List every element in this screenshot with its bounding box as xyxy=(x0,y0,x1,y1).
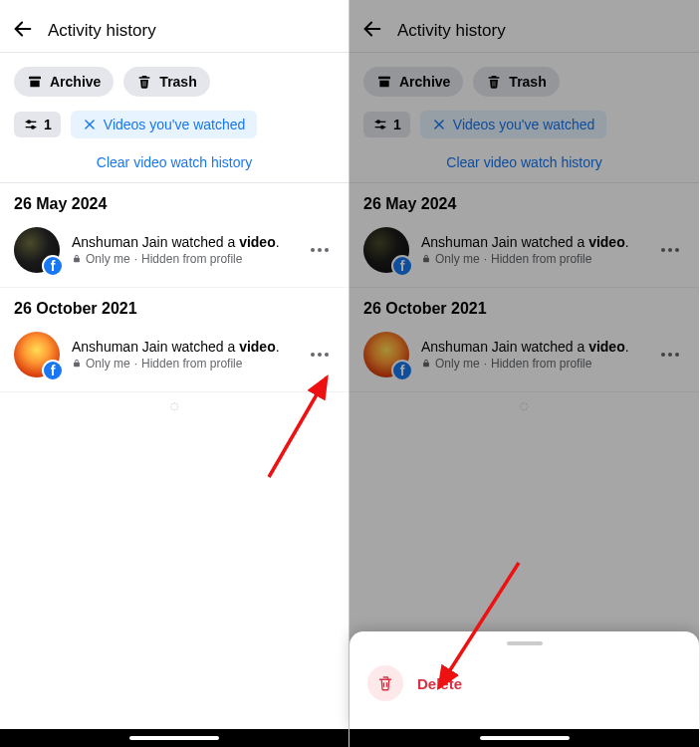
activity-entry: f Anshuman Jain watched a video. Only me… xyxy=(350,221,699,288)
action-row: Archive Trash xyxy=(350,53,699,111)
date-header: 26 October 2021 xyxy=(0,288,349,326)
close-icon xyxy=(432,118,446,131)
more-options-button[interactable] xyxy=(655,235,685,265)
back-arrow-icon[interactable] xyxy=(12,18,34,44)
delete-action[interactable]: Delete xyxy=(350,655,699,711)
thumbnail-wrap[interactable]: f xyxy=(14,332,60,377)
entry-text: Anshuman Jain watched a video. Only me·H… xyxy=(72,339,293,371)
svg-point-9 xyxy=(318,248,322,252)
svg-point-13 xyxy=(325,353,329,357)
home-indicator xyxy=(480,736,570,740)
svg-point-18 xyxy=(377,121,380,124)
entry-privacy: Only me·Hidden from profile xyxy=(421,357,643,371)
back-arrow-icon[interactable] xyxy=(361,18,383,44)
activity-entry: f Anshuman Jain watched a video. Only me… xyxy=(0,221,349,288)
svg-point-5 xyxy=(32,125,35,128)
facebook-badge-icon: f xyxy=(391,360,413,381)
archive-label: Archive xyxy=(50,74,101,90)
clear-history-link[interactable]: Clear video watch history xyxy=(0,148,349,183)
filter-row: 1 Videos you've watched xyxy=(350,111,699,148)
date-header: 26 October 2021 xyxy=(350,288,699,326)
entry-privacy: Only me·Hidden from profile xyxy=(421,252,643,266)
activity-entry: f Anshuman Jain watched a video. Only me… xyxy=(0,326,349,392)
filter-count-chip[interactable]: 1 xyxy=(363,112,410,137)
svg-point-25 xyxy=(675,248,679,252)
more-options-button[interactable] xyxy=(655,340,685,370)
filter-count-chip[interactable]: 1 xyxy=(14,112,61,137)
more-horizontal-icon xyxy=(661,248,679,252)
activity-entry: f Anshuman Jain watched a video. Only me… xyxy=(350,326,699,392)
filter-videos-watched[interactable]: Videos you've watched xyxy=(71,111,258,138)
filter-count-value: 1 xyxy=(44,117,52,132)
svg-point-20 xyxy=(381,125,384,128)
page-title: Activity history xyxy=(48,21,156,41)
trash-button[interactable]: Trash xyxy=(473,67,559,97)
lock-icon xyxy=(72,359,82,369)
screen-left: Activity history Archive Trash 1 xyxy=(0,0,350,747)
sheet-handle[interactable] xyxy=(507,641,543,645)
trash-label: Trash xyxy=(159,74,196,90)
svg-point-23 xyxy=(661,248,665,252)
content-area: Archive Trash 1 Videos you've watched Cl… xyxy=(0,53,349,747)
filter-videos-watched[interactable]: Videos you've watched xyxy=(420,111,607,138)
entry-description: Anshuman Jain watched a video. xyxy=(72,339,293,355)
sliders-icon xyxy=(23,117,39,132)
svg-point-12 xyxy=(318,353,322,357)
sliders-icon xyxy=(372,117,388,132)
facebook-badge-icon: f xyxy=(42,360,64,381)
date-header: 26 May 2024 xyxy=(350,183,699,221)
facebook-badge-icon: f xyxy=(391,255,413,277)
thumbnail-wrap[interactable]: f xyxy=(363,227,409,273)
svg-rect-1 xyxy=(29,77,41,80)
screen-right: Activity history Archive Trash 1 xyxy=(350,0,699,747)
delete-label: Delete xyxy=(417,675,462,692)
trash-icon xyxy=(136,74,152,90)
archive-button[interactable]: Archive xyxy=(363,67,463,97)
lock-icon xyxy=(421,359,431,369)
navigation-bar xyxy=(350,729,699,747)
more-horizontal-icon xyxy=(311,353,329,357)
status-bar xyxy=(0,0,349,10)
entry-text: Anshuman Jain watched a video. Only me·H… xyxy=(421,339,643,371)
thumbnail-wrap[interactable]: f xyxy=(14,227,60,273)
svg-rect-16 xyxy=(378,77,390,80)
app-header: Activity history xyxy=(0,10,349,53)
svg-point-26 xyxy=(661,353,665,357)
entry-description: Anshuman Jain watched a video. xyxy=(72,234,293,250)
entry-description: Anshuman Jain watched a video. xyxy=(421,339,643,355)
trash-button[interactable]: Trash xyxy=(123,67,209,97)
trash-icon xyxy=(376,674,394,692)
more-horizontal-icon xyxy=(661,353,679,357)
entry-text: Anshuman Jain watched a video. Only me·H… xyxy=(421,234,643,266)
archive-icon xyxy=(27,74,43,90)
more-horizontal-icon xyxy=(311,248,329,252)
close-icon xyxy=(83,118,97,131)
entry-description: Anshuman Jain watched a video. xyxy=(421,234,643,250)
thumbnail-wrap[interactable]: f xyxy=(363,332,409,377)
lock-icon xyxy=(72,254,82,264)
status-bar xyxy=(350,0,699,10)
entry-text: Anshuman Jain watched a video. Only me·H… xyxy=(72,234,293,266)
navigation-bar xyxy=(0,729,349,747)
filter-videos-label: Videos you've watched xyxy=(104,117,246,132)
more-options-button[interactable] xyxy=(305,235,335,265)
entry-privacy: Only me·Hidden from profile xyxy=(72,252,293,266)
archive-label: Archive xyxy=(399,74,450,90)
svg-point-24 xyxy=(668,248,672,252)
date-header: 26 May 2024 xyxy=(0,183,349,221)
page-title: Activity history xyxy=(397,21,506,41)
archive-icon xyxy=(376,74,392,90)
more-options-button[interactable] xyxy=(305,340,335,370)
entry-privacy: Only me·Hidden from profile xyxy=(72,357,293,371)
home-indicator xyxy=(129,736,219,740)
clear-history-link[interactable]: Clear video watch history xyxy=(350,148,699,183)
facebook-badge-icon: f xyxy=(42,255,64,277)
delete-icon-wrap xyxy=(367,665,403,701)
action-sheet: Delete xyxy=(350,631,699,729)
filter-row: 1 Videos you've watched xyxy=(0,111,349,148)
svg-point-3 xyxy=(28,121,31,124)
svg-point-10 xyxy=(325,248,329,252)
svg-point-28 xyxy=(675,353,679,357)
archive-button[interactable]: Archive xyxy=(14,67,114,97)
loading-spinner-icon: ◌ xyxy=(0,392,349,419)
